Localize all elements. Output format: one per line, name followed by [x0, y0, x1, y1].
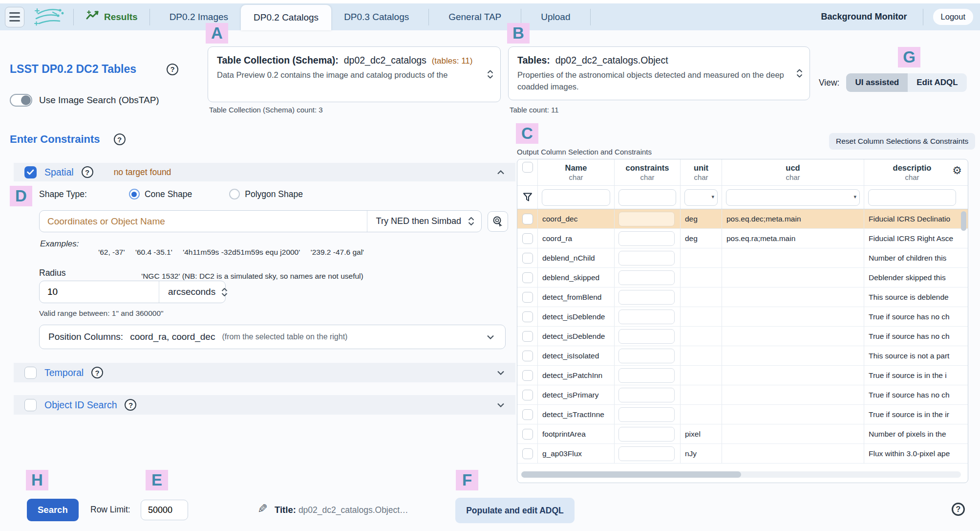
locate-position-button[interactable] [488, 211, 508, 232]
row-checkbox[interactable] [522, 292, 533, 303]
schema-select-spinner-icon[interactable] [487, 70, 493, 79]
image-search-toggle[interactable] [10, 94, 32, 107]
coordinates-input[interactable] [40, 211, 367, 232]
nav-results-button[interactable]: Results [81, 10, 143, 24]
table-row[interactable]: footprintArea pixel Number of pixels in … [517, 424, 968, 444]
header-name[interactable]: Name char [538, 159, 615, 185]
constraint-input[interactable] [618, 388, 675, 402]
search-button[interactable]: Search [27, 499, 79, 521]
constraint-input[interactable] [618, 368, 675, 383]
tab-dp02-images[interactable]: DP0.2 Images [157, 3, 241, 30]
row-checkbox[interactable] [522, 272, 533, 283]
spatial-section-bar[interactable]: Spatial ? no target found [14, 163, 515, 181]
constraint-input[interactable] [618, 290, 675, 305]
header-constraints[interactable]: constraints char [615, 159, 681, 185]
row-checkbox[interactable] [522, 448, 533, 459]
table-row[interactable]: detect_isPatchInn True if source is in t… [517, 366, 968, 385]
temporal-section-bar[interactable]: Temporal ? [14, 363, 515, 382]
table-options-gear-icon[interactable]: ⚙ [952, 165, 962, 176]
header-description[interactable]: descriptio char [864, 159, 960, 185]
row-checkbox[interactable] [522, 233, 533, 244]
row-checkbox[interactable] [522, 429, 533, 440]
temporal-expand-icon[interactable] [497, 368, 505, 377]
constraint-input[interactable] [618, 212, 675, 226]
schema-select[interactable]: Table Collection (Schema): dp02_dc2_cata… [208, 46, 501, 102]
table-row[interactable]: g_ap03Flux nJy Flux within 3.0-pixel ape [517, 444, 968, 464]
footer-help-icon[interactable]: ? [952, 503, 965, 516]
position-columns-select[interactable]: Position Columns: coord_ra, coord_dec (f… [39, 325, 506, 349]
constraint-input[interactable] [618, 251, 675, 266]
table-row[interactable]: coord_dec deg pos.eq.dec;meta.main Fiduc… [517, 209, 968, 229]
constraint-input[interactable] [618, 446, 675, 461]
populate-adql-button[interactable]: Populate and edit ADQL [455, 498, 575, 523]
filter-constraints-input[interactable] [618, 189, 676, 206]
table-select[interactable]: Tables: dp02_dc2_catalogs.Object Propert… [508, 46, 810, 100]
horizontal-scrollbar-thumb[interactable] [521, 471, 741, 478]
table-row[interactable]: coord_ra deg pos.eq.ra;meta.main Fiducia… [517, 229, 968, 248]
table-row[interactable]: deblend_nChild Number of children this [517, 248, 968, 268]
row-checkbox[interactable] [522, 214, 533, 224]
constraint-input[interactable] [618, 231, 675, 246]
header-unit[interactable]: unit char [681, 159, 722, 185]
object-id-help-icon[interactable]: ? [125, 399, 136, 411]
edit-title-pencil-icon[interactable]: ✎ [257, 502, 268, 516]
row-checkbox[interactable] [522, 370, 533, 381]
filter-unit-input[interactable] [684, 189, 718, 206]
filter-description-input[interactable] [868, 189, 956, 206]
tab-upload[interactable]: Upload [528, 3, 583, 30]
spatial-checkbox[interactable] [24, 166, 37, 178]
table-row[interactable]: detect_isDeblende True if source has no … [517, 327, 968, 346]
object-id-checkbox[interactable] [24, 399, 37, 411]
table-row[interactable]: detect_isTractInne True if source is in … [517, 405, 968, 424]
radius-unit-select[interactable]: arcseconds [159, 287, 234, 297]
filter-funnel-icon[interactable] [523, 193, 533, 202]
horizontal-scrollbar[interactable] [521, 471, 961, 478]
spatial-collapse-icon[interactable] [497, 168, 505, 177]
row-limit-input[interactable] [141, 500, 188, 520]
constraint-input[interactable] [618, 407, 675, 422]
constraints-help-icon[interactable]: ? [114, 133, 126, 145]
tab-dp03-catalogs[interactable]: DP0.3 Catalogs [331, 3, 422, 30]
row-checkbox[interactable] [522, 390, 533, 400]
select-all-checkbox[interactable] [522, 162, 533, 173]
constraint-input[interactable] [618, 310, 675, 324]
vertical-scrollbar[interactable] [961, 211, 966, 462]
vertical-scrollbar-thumb[interactable] [961, 211, 966, 231]
tab-general-tap[interactable]: General TAP [436, 3, 514, 30]
table-select-spinner-icon[interactable] [796, 69, 803, 78]
constraint-input[interactable] [618, 329, 675, 344]
logout-button[interactable]: Logout [933, 9, 973, 25]
polygon-shape-radio[interactable]: Polygon Shape [229, 189, 303, 199]
table-row[interactable]: detect_isPrimary True if source has no c… [517, 385, 968, 405]
background-monitor-button[interactable]: Background Monitor [812, 12, 916, 22]
cone-shape-radio[interactable]: Cone Shape [129, 189, 192, 199]
spatial-help-icon[interactable]: ? [82, 166, 93, 178]
row-checkbox[interactable] [522, 351, 533, 361]
table-row[interactable]: detect_fromBlend This source is deblende [517, 288, 968, 307]
filter-name-input[interactable] [542, 189, 610, 206]
radius-input[interactable] [40, 281, 159, 303]
row-checkbox[interactable] [522, 253, 533, 264]
view-edit-adql-button[interactable]: Edit ADQL [908, 73, 966, 92]
constraint-input[interactable] [618, 427, 675, 442]
row-checkbox[interactable] [522, 409, 533, 420]
menu-hamburger-icon[interactable] [5, 7, 24, 27]
temporal-help-icon[interactable]: ? [91, 367, 103, 378]
object-id-expand-icon[interactable] [497, 400, 505, 409]
constraint-input[interactable] [618, 270, 675, 285]
constraint-input[interactable] [618, 349, 675, 363]
filter-ucd-input[interactable] [726, 189, 860, 206]
firefly-logo-icon[interactable] [31, 5, 66, 29]
table-row[interactable]: detect_isDeblende True if source has no … [517, 307, 968, 327]
row-checkbox[interactable] [522, 311, 533, 322]
tables-help-icon[interactable]: ? [167, 64, 178, 75]
tab-dp02-catalogs[interactable]: DP0.2 Catalogs [241, 5, 331, 30]
reset-columns-button[interactable]: Reset Column Selections & Constraints [829, 133, 975, 150]
row-checkbox[interactable] [522, 331, 533, 342]
object-id-section-bar[interactable]: Object ID Search ? [14, 395, 515, 415]
resolver-select[interactable]: Try NED then Simbad [367, 211, 481, 232]
temporal-checkbox[interactable] [24, 367, 37, 379]
table-row[interactable]: detect_isIsolated This source is not a p… [517, 346, 968, 366]
view-ui-assisted-button[interactable]: UI assisted [846, 73, 908, 92]
table-row[interactable]: deblend_skipped Deblender skipped this [517, 268, 968, 288]
